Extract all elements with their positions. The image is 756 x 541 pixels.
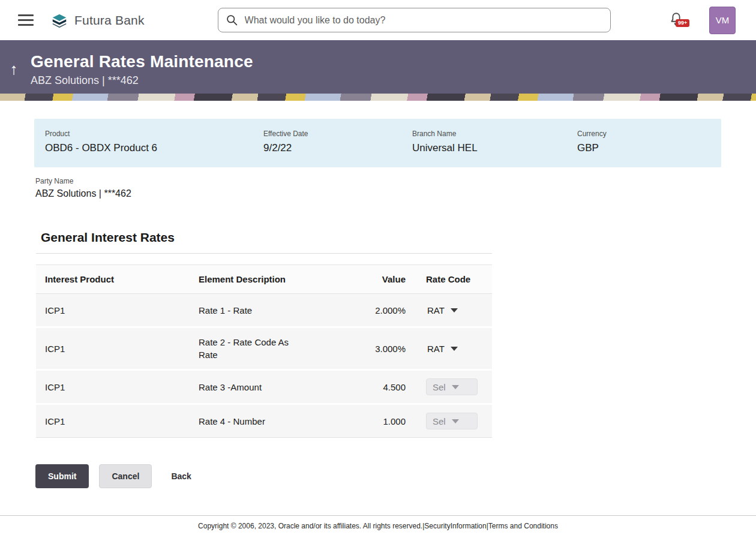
rate-code-select[interactable]: RAT: [426, 302, 463, 318]
summary-field-effective-date: Effective Date 9/2/22: [263, 130, 412, 154]
summary-field-product: Product OBD6 - OBDX Product 6: [45, 130, 263, 154]
chevron-down-icon: [452, 419, 459, 423]
notifications-button[interactable]: 99+: [668, 11, 684, 29]
cell-rate-code: Sel: [406, 370, 492, 404]
table-row: ICP1 Rate 4 - Number 1.000 Sel: [36, 404, 492, 438]
chevron-down-icon: [452, 385, 459, 389]
search-icon: [226, 14, 238, 26]
cell-interest-product: ICP1: [36, 294, 190, 327]
brand-logo[interactable]: Futura Bank: [50, 11, 145, 29]
back-arrow-icon[interactable]: ↑: [7, 61, 20, 77]
page-header-banner: ↑ General Rates Maintenance ABZ Solution…: [0, 40, 756, 101]
top-bar: Futura Bank 99+ VM: [0, 0, 756, 40]
general-interest-rates-section: General Interest Rates Interest Product …: [36, 230, 492, 438]
form-actions: Submit Cancel Back: [35, 464, 756, 488]
page-footer: Copyright © 2006, 2023, Oracle and/or it…: [0, 515, 756, 541]
col-interest-product: Interest Product: [36, 265, 190, 294]
topbar-right: 99+ VM: [668, 7, 756, 34]
field-label: Effective Date: [263, 130, 412, 138]
avatar[interactable]: VM: [709, 7, 736, 34]
rate-code-select-disabled: Sel: [426, 378, 478, 395]
field-label: Currency: [577, 130, 710, 138]
table-row: ICP1 Rate 2 - Rate Code As Rate 3.000% R…: [36, 327, 492, 370]
cell-value: 3.000%: [328, 327, 406, 370]
page-subtitle: ABZ Solutions | ***462: [31, 74, 253, 87]
cell-element-description: Rate 4 - Number: [190, 404, 328, 438]
cell-value: 1.000: [328, 404, 406, 438]
field-label: Branch Name: [412, 130, 577, 138]
cell-element-description: Rate 2 - Rate Code As Rate: [190, 327, 328, 370]
notification-badge: 99+: [676, 19, 689, 27]
cell-element-description: Rate 1 - Rate: [190, 294, 328, 327]
cell-interest-product: ICP1: [36, 370, 190, 404]
col-rate-code: Rate Code: [406, 265, 492, 294]
cell-value: 4.500: [328, 370, 406, 404]
summary-field-branch-name: Branch Name Universal HEL: [412, 130, 577, 154]
party-name-field: Party Name ABZ Solutions | ***462: [35, 177, 756, 199]
cell-interest-product: ICP1: [36, 327, 190, 370]
cell-rate-code: RAT: [406, 327, 492, 370]
section-divider: [36, 253, 492, 254]
brand-name: Futura Bank: [74, 13, 145, 28]
table-row: ICP1 Rate 3 -Amount 4.500 Sel: [36, 370, 492, 404]
chevron-down-icon: [451, 347, 458, 351]
rate-code-select[interactable]: RAT: [426, 340, 463, 357]
back-button[interactable]: Back: [163, 465, 199, 488]
futura-bank-logo-icon: [50, 11, 68, 29]
main-content: Product OBD6 - OBDX Product 6 Effective …: [0, 101, 756, 515]
page-title: General Rates Maintenance: [31, 52, 253, 71]
cell-rate-code: Sel: [406, 404, 492, 438]
cell-rate-code: RAT: [406, 294, 492, 327]
summary-field-currency: Currency GBP: [577, 130, 710, 154]
cell-element-description: Rate 3 -Amount: [190, 370, 328, 404]
field-value: OBD6 - OBDX Product 6: [45, 142, 263, 154]
table-header-row: Interest Product Element Description Val…: [36, 265, 492, 294]
cell-interest-product: ICP1: [36, 404, 190, 438]
copyright-text: Copyright © 2006, 2023, Oracle and/or it…: [198, 522, 422, 530]
hamburger-menu-icon[interactable]: [18, 11, 34, 29]
field-value: Universal HEL: [412, 142, 577, 154]
submit-button[interactable]: Submit: [35, 464, 89, 488]
field-label: Party Name: [35, 177, 756, 185]
field-value: 9/2/22: [263, 142, 412, 154]
cancel-button[interactable]: Cancel: [99, 464, 152, 488]
terms-and-conditions-link[interactable]: Terms and Conditions: [488, 522, 558, 530]
summary-panel: Product OBD6 - OBDX Product 6 Effective …: [34, 119, 721, 167]
field-value: ABZ Solutions | ***462: [35, 188, 756, 199]
table-row: ICP1 Rate 1 - Rate 2.000% RAT: [36, 294, 492, 327]
search-input[interactable]: [218, 8, 611, 32]
cell-value: 2.000%: [328, 294, 406, 327]
rates-table: Interest Product Element Description Val…: [36, 265, 492, 438]
field-label: Product: [45, 130, 263, 138]
field-value: GBP: [577, 142, 710, 154]
global-search: [218, 8, 611, 32]
col-value: Value: [328, 265, 406, 294]
rate-code-select-disabled: Sel: [426, 413, 478, 429]
col-element-description: Element Description: [190, 265, 328, 294]
security-information-link[interactable]: SecurityInformation: [424, 522, 486, 530]
decorative-collage-strip: [0, 94, 756, 101]
chevron-down-icon: [451, 308, 458, 312]
section-title: General Interest Rates: [41, 230, 492, 245]
